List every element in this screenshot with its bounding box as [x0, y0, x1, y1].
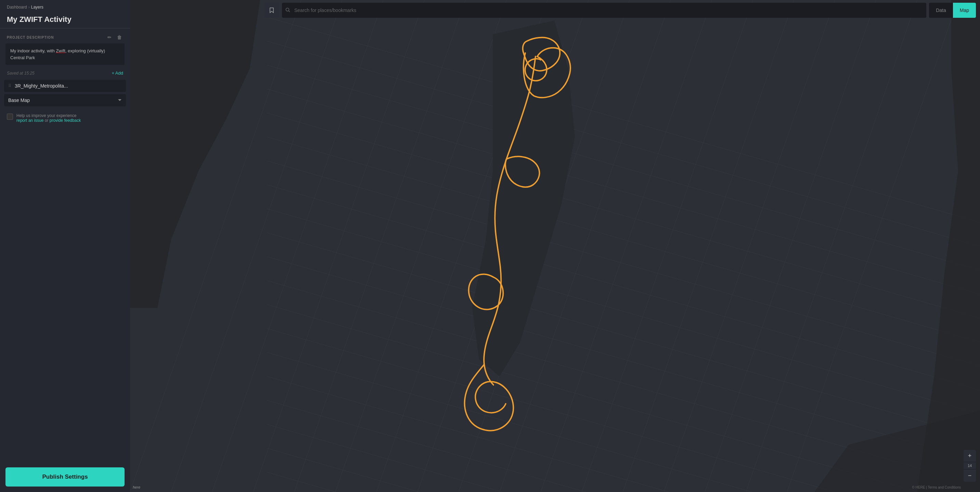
here-logo: here	[133, 485, 140, 489]
bookmark-button[interactable]	[264, 3, 279, 18]
zoom-out-button[interactable]: −	[964, 470, 976, 482]
app-container: Dashboard › Layers My ZWIFT Activity PRO…	[0, 0, 980, 492]
map-attribution: © HERE | Terms and Conditions	[912, 486, 961, 489]
base-map-select[interactable]: Base Map Satellite Terrain	[4, 94, 126, 107]
sidebar: Dashboard › Layers My ZWIFT Activity PRO…	[0, 0, 130, 492]
map-canvas	[130, 0, 980, 492]
saved-row: Saved at 15:25 + Add	[0, 69, 130, 80]
view-toggle: Data Map	[929, 3, 976, 18]
report-issue-link[interactable]: report an issue	[16, 118, 43, 123]
map-area[interactable]: Data Map	[130, 0, 980, 492]
provide-feedback-link[interactable]: provide feedback	[49, 118, 81, 123]
sidebar-spacer	[0, 127, 130, 463]
project-title: My ZWIFT Activity	[0, 12, 130, 29]
publish-settings-button[interactable]: Publish Settings	[5, 467, 124, 487]
layer-item: ⠿ 3R_Mighty_Metropolita...	[4, 80, 126, 92]
section-header-description: PROJECT DESCRIPTION ✏ 🗑	[0, 29, 130, 43]
drag-handle-icon[interactable]: ⠿	[8, 83, 11, 88]
description-text-pre: My indoor activity, with	[10, 48, 56, 53]
feedback-chat-icon	[7, 114, 13, 120]
edit-description-button[interactable]: ✏	[106, 34, 113, 41]
delete-description-button[interactable]: 🗑	[116, 34, 123, 41]
description-zwift: Zwift	[56, 48, 65, 53]
breadcrumb-dashboard[interactable]: Dashboard	[7, 5, 27, 10]
section-label-description: PROJECT DESCRIPTION	[7, 36, 54, 39]
add-button[interactable]: + Add	[111, 70, 123, 76]
feedback-text: Help us improve your experience report a…	[16, 113, 81, 123]
feedback-or: or	[45, 118, 49, 123]
search-wrapper	[282, 3, 926, 18]
search-input[interactable]	[282, 3, 926, 18]
zoom-in-button[interactable]: +	[964, 450, 976, 462]
feedback-row: Help us improve your experience report a…	[0, 109, 130, 127]
breadcrumb-current: Layers	[31, 5, 43, 10]
feedback-pre-text: Help us improve your experience	[16, 113, 76, 118]
breadcrumb-separator: ›	[29, 5, 30, 10]
section-actions: ✏ 🗑	[106, 34, 123, 41]
topbar: Data Map	[260, 0, 980, 21]
saved-status: Saved at 15:25	[7, 71, 35, 76]
breadcrumb: Dashboard › Layers	[0, 0, 130, 12]
description-box: My indoor activity, with Zwift, explorin…	[5, 43, 124, 65]
layer-name: 3R_Mighty_Metropolita...	[15, 83, 122, 89]
zoom-level-display: 14	[964, 462, 976, 470]
map-controls: + 14 −	[964, 450, 976, 482]
map-toggle-button[interactable]: Map	[953, 3, 976, 18]
data-toggle-button[interactable]: Data	[929, 3, 953, 18]
